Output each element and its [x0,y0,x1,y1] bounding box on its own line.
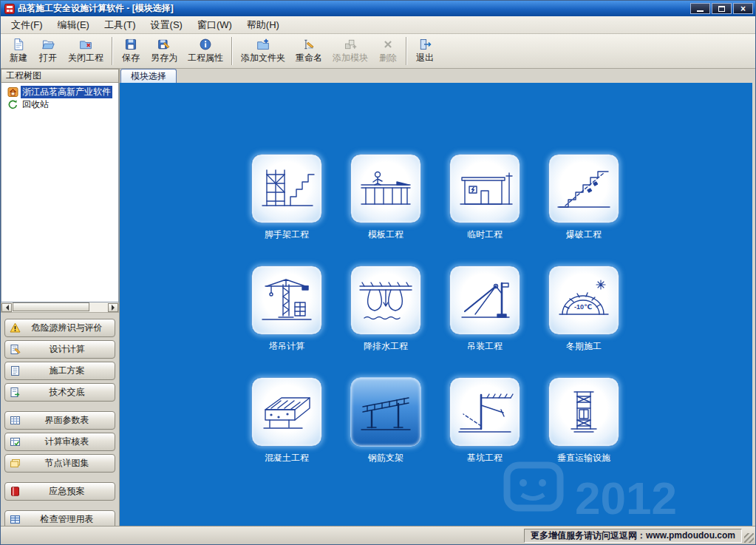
module-tile[interactable] [548,154,619,223]
tree-item-recycle-bin[interactable]: 回收站 [3,98,117,111]
title-bar[interactable]: 品茗施工安全设施计算软件 - [模块选择] × [1,1,755,16]
tab-module-select[interactable]: 模块选择 [120,69,177,83]
module-temporary-works[interactable]: 临时工程 [449,154,520,241]
minimize-button[interactable] [690,3,710,14]
sidebar-button-tech-disclosure[interactable]: 技术交底 [4,383,115,402]
sidebar-button-design-calc[interactable]: 设计计算 [4,340,115,359]
sidebar-button-parameter-table[interactable]: 界面参数表 [4,411,115,430]
watermark-year: 2012 [575,473,677,524]
save-as-button[interactable]: 另存为 [146,35,183,67]
module-dewatering[interactable]: 降排水工程 [350,265,421,353]
menu-window[interactable]: 窗口(W) [190,16,239,34]
module-tile[interactable] [251,265,322,335]
module-tile[interactable] [548,377,619,447]
module-scaffolding[interactable]: 脚手架工程 [251,154,322,241]
sidebar-button-label: 技术交底 [24,386,110,399]
minimize-icon [697,10,704,12]
exit-button[interactable]: 退出 [410,35,440,67]
module-select-canvas: 2012 脚手架工程 [120,83,752,526]
module-tile[interactable] [350,265,421,335]
rebar-support-icon [355,389,416,435]
tech-disclosure-icon [10,387,21,398]
close-project-button[interactable]: 关闭工程 [63,35,109,67]
save-icon [123,38,139,51]
module-tile[interactable] [350,154,421,223]
module-blasting[interactable]: 爆破工程 [548,154,619,241]
module-tile[interactable] [251,154,322,223]
vertical-transport-icon [554,389,614,435]
module-hoisting[interactable]: 吊装工程 [449,265,520,353]
module-tower-crane[interactable]: 塔吊计算 [251,265,322,353]
module-label: 混凝土工程 [265,452,309,464]
menu-settings[interactable]: 设置(S) [143,16,190,34]
module-concrete[interactable]: 混凝土工程 [251,377,322,464]
module-label: 爆破工程 [566,229,602,241]
module-vertical-transport[interactable]: 垂直运输设施 [548,377,619,464]
audit-table-icon [10,436,21,447]
module-tile[interactable] [449,377,520,447]
sidebar-group-gap [1,475,119,482]
sidebar-button-hazard-identification[interactable]: 危险源辨识与评价 [4,319,115,337]
sidebar-button-label: 节点详图集 [24,457,110,470]
scroll-right-button[interactable] [108,303,118,312]
module-label: 钢筋支架 [368,452,403,464]
close-project-icon [78,38,94,51]
winter-construction-icon: -10℃ [554,277,614,323]
menu-tools[interactable]: 工具(T) [97,16,143,34]
scroll-left-button[interactable] [1,303,12,312]
scrollbar-thumb[interactable] [13,302,89,311]
module-formwork[interactable]: 模板工程 [350,154,421,241]
sidebar-button-label: 危险源辨识与评价 [24,322,110,334]
maximize-button[interactable] [712,3,732,14]
construction-plan-icon [10,365,21,376]
tree-item-project-root[interactable]: 浙江品茗高新产业软件 [3,86,117,98]
open-button[interactable]: 打开 [33,35,63,67]
add-module-icon [342,38,358,51]
sidebar-button-label: 界面参数表 [24,414,110,427]
module-tile[interactable] [449,265,520,335]
module-tile[interactable] [251,377,322,447]
detail-atlas-icon [10,458,21,469]
toolbar-label: 重命名 [296,52,322,64]
tree-item-label: 浙江品茗高新产业软件 [21,86,112,98]
open-folder-icon [40,38,56,51]
module-tile[interactable] [449,154,520,223]
toolbar-label: 打开 [39,52,57,64]
close-icon: × [740,4,746,13]
maximize-icon [718,6,725,12]
menu-file[interactable]: 文件(F) [4,16,50,34]
sidebar-button-detail-atlas[interactable]: 节点详图集 [4,454,115,473]
module-tile-active[interactable] [350,377,421,447]
toolbar-label: 工程属性 [188,52,223,64]
toolbar-separator [231,37,233,65]
horizontal-scrollbar[interactable] [1,302,119,313]
sidebar-button-audit-table[interactable]: 计算审核表 [4,433,115,451]
new-button[interactable]: 新建 [4,35,33,67]
formwork-icon [355,166,416,211]
tower-crane-icon [256,277,317,323]
rename-button[interactable]: 重命名 [290,35,327,67]
module-label: 降排水工程 [364,340,408,353]
project-properties-button[interactable]: 工程属性 [183,35,228,67]
project-tree: 浙江品茗高新产业软件 回收站 [1,83,119,302]
resize-grip[interactable] [744,533,754,543]
sidebar-button-label: 计算审核表 [24,436,110,448]
save-button[interactable]: 保存 [116,35,146,67]
add-folder-button[interactable]: 添加文件夹 [236,35,290,67]
menu-help[interactable]: 帮助(H) [239,16,287,34]
close-button[interactable]: × [733,3,753,14]
module-tile[interactable]: -10℃ [548,265,619,335]
delete-button[interactable]: 删除 [373,35,403,67]
menu-edit[interactable]: 编辑(E) [50,16,97,34]
sidebar-button-construction-plan[interactable]: 施工方案 [4,362,115,380]
module-foundation-pit[interactable]: 基坑工程 [449,377,520,464]
sidebar-button-emergency-plan[interactable]: 应急预案 [4,482,115,501]
module-rebar-support[interactable]: 钢筋支架 [350,377,421,464]
add-module-button[interactable]: 添加模块 [327,35,373,67]
module-winter-construction[interactable]: -10℃ 冬期施工 [548,265,619,353]
toolbar-label: 关闭工程 [68,52,103,64]
toolbar-label: 删除 [379,52,397,64]
menu-bar: 文件(F) 编辑(E) 工具(T) 设置(S) 窗口(W) 帮助(H) [1,16,755,34]
sidebar-group-gap [1,404,119,411]
sidebar-button-label: 检查管理用表 [24,513,110,526]
